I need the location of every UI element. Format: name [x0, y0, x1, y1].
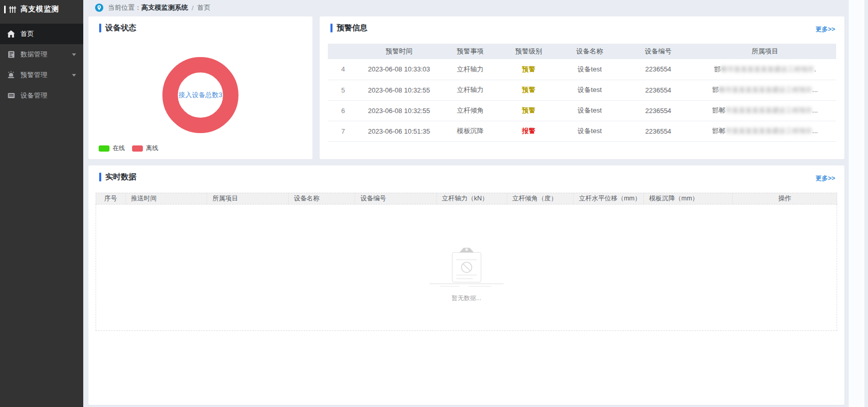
scrollbar[interactable] — [848, 0, 864, 407]
alarm-info-card: 预警信息 更多>> 预警时间 预警事项 预警级别 设备名称 设备编号 所属项目 … — [320, 16, 844, 159]
device-code: 2236554 — [623, 80, 694, 100]
empty-state: 暂无数据... — [426, 246, 508, 303]
alarm-level-badge: 预警 — [501, 100, 557, 121]
device-name: 设备test — [557, 59, 623, 80]
chevron-down-icon — [72, 74, 76, 77]
col-project: 所属项目 — [207, 193, 289, 204]
realtime-table-body: 暂无数据... — [96, 205, 837, 331]
project-name: 邯郸市某某某某某某建设工程项目. — [694, 59, 836, 80]
col-displacement: 立杆水平位移（mm） — [574, 193, 644, 204]
sidebar-item-label: 首页 — [21, 29, 76, 39]
chevron-down-icon — [72, 53, 76, 56]
col-device-code: 设备编号 — [355, 193, 437, 204]
alarm-time: 2023-06-08 10:32:55 — [358, 80, 439, 100]
blurred-text: 郸市某某某某某某建设工程项目 — [721, 65, 814, 73]
table-row: 5 2023-06-08 10:32:55 立杆轴力 预警 设备test 223… — [328, 80, 836, 100]
realtime-table-header-row: 序号 推送时间 所属项目 设备名称 设备编号 立杆轴力（kN） 立杆倾角（度） … — [96, 193, 837, 205]
alarm-level-badge: 预警 — [501, 59, 557, 80]
alarm-item: 立杆轴力 — [440, 80, 501, 100]
legend-label: 离线 — [146, 144, 158, 153]
sidebar: 高支模监测 首页 数据管理 预警管理 设备管理 — [0, 0, 83, 407]
device-status-title: 设备状态 — [105, 23, 136, 33]
table-row: 6 2023-06-08 10:32:55 立杆倾角 预警 设备test 223… — [328, 100, 836, 121]
app-logo: 高支模监测 — [0, 0, 83, 18]
alert-icon — [7, 71, 15, 80]
realtime-table: 序号 推送时间 所属项目 设备名称 设备编号 立杆轴力（kN） 立杆倾角（度） … — [96, 193, 837, 331]
sidebar-item-data-management[interactable]: 数据管理 — [0, 44, 83, 65]
sidebar-item-home[interactable]: 首页 — [0, 24, 83, 44]
device-code: 2236554 — [623, 121, 694, 141]
blurred-text: 市某某某某某某建设工程项目 — [726, 106, 812, 114]
col-alarm-item: 预警事项 — [440, 44, 501, 59]
legend-item-offline[interactable]: 离线 — [132, 144, 158, 153]
alarm-item: 立杆倾角 — [440, 100, 501, 121]
device-icon — [7, 91, 15, 100]
alarm-time: 2023-06-08 10:32:55 — [358, 100, 439, 121]
offline-swatch — [132, 145, 143, 152]
col-device-name: 设备名称 — [289, 193, 356, 204]
alarm-item: 模板沉降 — [440, 121, 501, 141]
col-project: 所属项目 — [694, 44, 836, 59]
alarm-level-badge: 报警 — [501, 121, 557, 141]
breadcrumb-separator: / — [192, 4, 194, 12]
donut-center-label: 接入设备总数3 — [178, 90, 222, 100]
col-alarm-level: 预警级别 — [501, 44, 557, 59]
alarm-table-header-row: 预警时间 预警事项 预警级别 设备名称 设备编号 所属项目 — [328, 44, 836, 59]
table-row: 7 2023-06-06 10:51:35 模板沉降 报警 设备test 223… — [328, 121, 836, 141]
sidebar-item-warning-management[interactable]: 预警管理 — [0, 65, 83, 85]
legend-label: 在线 — [113, 144, 125, 153]
col-tilt-angle: 立杆倾角（度） — [507, 193, 574, 204]
row-index: 7 — [328, 121, 358, 141]
col-settlement: 模板沉降（mm） — [644, 193, 733, 204]
device-status-donut-chart[interactable]: 接入设备总数3 — [162, 57, 238, 133]
realtime-data-card: 实时数据 更多>> 序号 推送时间 所属项目 设备名称 设备编号 立杆轴力（kN… — [88, 165, 844, 405]
row-index: 6 — [328, 100, 358, 121]
table-row: 4 2023-06-08 10:33:03 立杆轴力 预警 设备test 223… — [328, 59, 836, 80]
data-icon — [7, 50, 15, 59]
sidebar-item-label: 设备管理 — [21, 91, 76, 100]
logo-accent-bar — [4, 6, 6, 13]
project-name: 邯郸市某某某某某某建设工程项目... — [694, 80, 836, 100]
sidebar-item-device-management[interactable]: 设备管理 — [0, 85, 83, 106]
empty-text: 暂无数据... — [426, 294, 508, 303]
realtime-more-link[interactable]: 更多>> — [816, 174, 835, 183]
project-name: 邯郸市某某某某某某建设工程项目... — [694, 121, 836, 141]
col-alarm-time: 预警时间 — [358, 44, 439, 59]
logo-grid-icon — [9, 6, 16, 13]
alarm-more-link[interactable]: 更多>> — [816, 25, 835, 34]
breadcrumb: 当前位置： 高支模监测系统 / 首页 — [83, 0, 868, 15]
device-code: 2236554 — [623, 59, 694, 80]
blurred-text: 郸市某某某某某某建设工程项目 — [719, 86, 812, 94]
device-status-card: 设备状态 接入设备总数3 在线 离线 — [88, 16, 312, 159]
blurred-text: 市某某某某某某建设工程项目 — [726, 127, 812, 135]
device-code: 2236554 — [623, 100, 694, 121]
title-accent-bar — [330, 24, 333, 32]
device-name: 设备test — [557, 121, 623, 141]
breadcrumb-label: 当前位置： — [108, 3, 141, 12]
realtime-data-title: 实时数据 — [105, 172, 136, 182]
col-actions: 操作 — [733, 193, 837, 204]
app-title: 高支模监测 — [21, 5, 59, 14]
col-device-code: 设备编号 — [623, 44, 694, 59]
col-index — [328, 44, 358, 59]
title-accent-bar — [99, 173, 101, 181]
col-seq: 序号 — [96, 193, 126, 204]
row-index: 5 — [328, 80, 358, 100]
device-name: 设备test — [557, 80, 623, 100]
online-swatch — [99, 145, 109, 152]
device-name: 设备test — [557, 100, 623, 121]
title-accent-bar — [99, 24, 101, 32]
breadcrumb-root-link[interactable]: 高支模监测系统 — [141, 3, 188, 12]
empty-clipboard-icon — [426, 246, 508, 288]
breadcrumb-current: 首页 — [197, 3, 211, 12]
sidebar-item-label: 预警管理 — [21, 70, 72, 80]
sidebar-item-label: 数据管理 — [21, 50, 72, 59]
home-icon — [7, 30, 15, 39]
col-push-time: 推送时间 — [126, 193, 208, 204]
project-name: 邯郸市某某某某某某建设工程项目... — [694, 100, 836, 121]
main-content: 当前位置： 高支模监测系统 / 首页 设备状态 接入设备总数3 在线 离线 — [83, 0, 868, 407]
location-pin-icon — [95, 4, 103, 12]
col-axial-force: 立杆轴力（kN） — [437, 193, 507, 204]
legend-item-online[interactable]: 在线 — [99, 144, 125, 153]
alarm-time: 2023-06-08 10:33:03 — [358, 59, 439, 80]
